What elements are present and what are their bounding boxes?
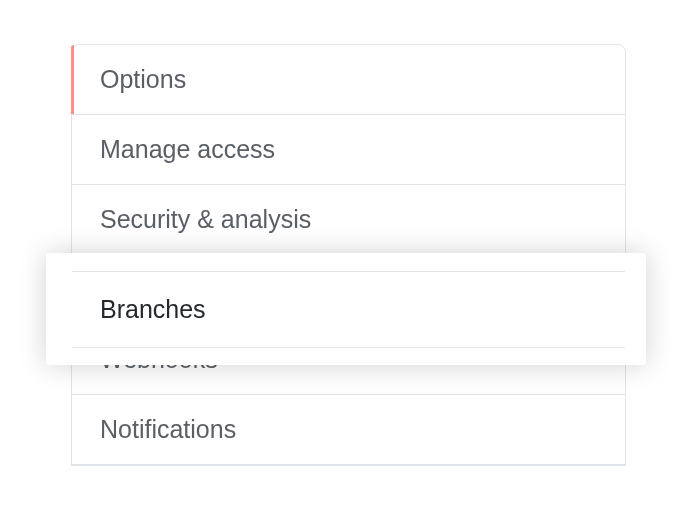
sidebar-item-label: Manage access [100,135,275,164]
sidebar-item-label: Options [100,65,186,94]
sidebar-item-label: Security & analysis [100,205,311,234]
sidebar-item-notifications[interactable]: Notifications [72,395,625,465]
sidebar-item-label: Webhooks [100,345,218,374]
sidebar-item-manage-access[interactable]: Manage access [72,115,625,185]
sidebar-item-label: Branches [100,295,206,324]
sidebar-item-security-analysis[interactable]: Security & analysis [72,185,625,255]
sidebar-item-label: Notifications [100,415,236,444]
sidebar-item-branches[interactable]: Branches [72,271,625,348]
sidebar-item-options[interactable]: Options [72,45,625,115]
settings-sidebar: Options Manage access Security & analysi… [71,44,626,466]
